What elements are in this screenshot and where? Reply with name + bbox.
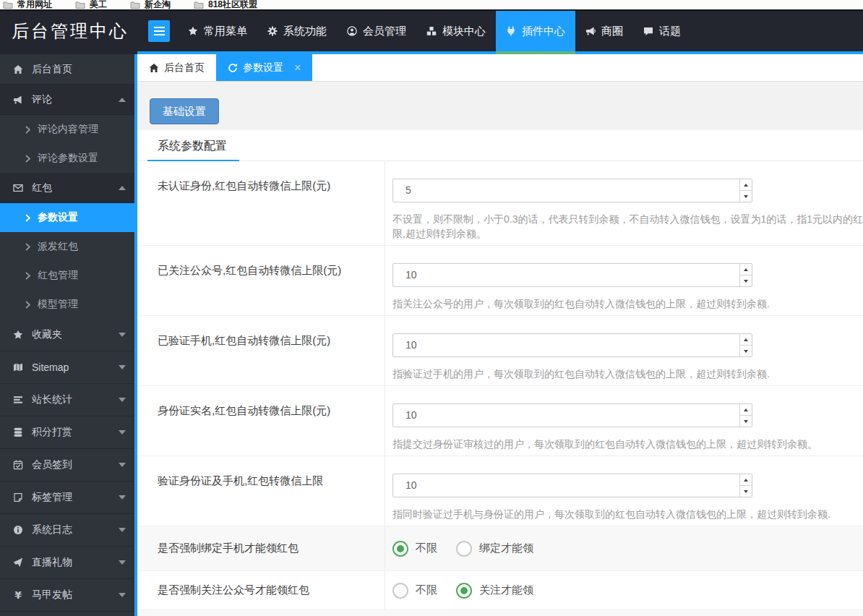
- bookmark-item[interactable]: 美工: [75, 0, 107, 11]
- spinner-down-button[interactable]: [740, 275, 752, 286]
- bookmark-item[interactable]: 常用网址: [3, 0, 52, 11]
- nav-item-label: 会员管理: [363, 25, 406, 38]
- sidebar-subitem-label: 评论参数设置: [38, 152, 98, 165]
- radio-unselected-icon[interactable]: [392, 583, 408, 599]
- nav-item-会员管理[interactable]: 会员管理: [337, 11, 416, 51]
- note-icon: [12, 492, 25, 502]
- sidebar-item-模型管理[interactable]: 模型管理: [0, 290, 137, 319]
- number-input-value: 10: [393, 334, 752, 356]
- sidebar-group-评论[interactable]: 评论: [0, 85, 137, 115]
- form-row-field: 5不设置，则不限制，小于0.3的话，代表只转到余额，不自动转入微信钱包，设置为1…: [385, 161, 863, 245]
- spinner-down-button[interactable]: [740, 416, 752, 427]
- number-input[interactable]: 10: [392, 333, 752, 357]
- sidebar-item-参数设置[interactable]: 参数设置: [0, 203, 137, 232]
- sidebar-item-评论参数设置[interactable]: 评论参数设置: [0, 144, 137, 173]
- number-input[interactable]: 5: [392, 179, 752, 202]
- sidebar-group-标签管理[interactable]: 标签管理: [0, 482, 137, 514]
- radio-option-绑定才能领[interactable]: 绑定才能领: [456, 541, 533, 557]
- sidebar-group-马甲发帖[interactable]: ¥马甲发帖: [0, 579, 137, 612]
- field-help-text: 指同时验证过手机与身份证的用户，每次领取到的红包自动转入微信钱包的上限，超过则转…: [392, 507, 863, 521]
- settings-panel: 系统参数配置 未认证身份,红包自动转微信上限(元)5不设置，则不限制，小于0.3…: [137, 130, 863, 616]
- form-row-field: 10指验证过手机的用户，每次领取到的红包自动转入微信钱包的上限，超过则转到余额.: [385, 316, 863, 385]
- spinner-up-button[interactable]: [740, 334, 752, 346]
- spinner-up-button[interactable]: [740, 179, 752, 191]
- folder-icon: [130, 0, 145, 10]
- sidebar-group-label: Sitemap: [32, 362, 69, 373]
- menu-toggle-button[interactable]: [148, 20, 170, 42]
- arrow-up-icon: [744, 479, 748, 482]
- bookmark-item[interactable]: 新企淘: [130, 0, 171, 11]
- sidebar-group-直播礼物[interactable]: 直播礼物: [0, 547, 137, 579]
- form-row-label: 已验证手机,红包自动转微信上限(元): [137, 316, 385, 385]
- chevron-right-icon: [25, 272, 31, 280]
- field-help-text: 不设置，则不限制，小于0.3的话，代表只转到余额，不自动转入微信钱包，设置为1的…: [392, 212, 863, 241]
- sidebar-group-红包[interactable]: 红包: [0, 173, 137, 203]
- gear-icon: [267, 26, 278, 36]
- align-list-icon: [12, 395, 25, 405]
- spinner-up-button[interactable]: [740, 404, 752, 416]
- spinner-up-button[interactable]: [740, 474, 752, 486]
- spinner-down-button[interactable]: [740, 346, 752, 356]
- nav-item-label: 模块中心: [442, 25, 486, 38]
- tab-后台首页[interactable]: 后台首页: [137, 54, 216, 81]
- radio-option-不限[interactable]: 不限: [392, 541, 437, 557]
- chevron-right-icon: [25, 155, 31, 163]
- sidebar-subitem-label: 派发红包: [38, 240, 78, 253]
- tab-参数设置[interactable]: 参数设置×: [216, 54, 312, 81]
- radio-option-label: 绑定才能领: [479, 542, 533, 555]
- form-row: 身份证实名,红包自动转微信上限(元)10指提交过身份证审核过的用户，每次领取到的…: [137, 386, 863, 456]
- sidebar-group-积分打赏[interactable]: 积分打赏: [0, 416, 137, 449]
- spinner-up-button[interactable]: [740, 264, 752, 275]
- svg-text:¥: ¥: [14, 590, 22, 600]
- folder-icon: [194, 0, 208, 10]
- user-circle-icon: [347, 26, 357, 36]
- nav-item-模块中心[interactable]: 模块中心: [416, 11, 496, 51]
- caret-down-icon: [119, 593, 126, 597]
- radio-unselected-icon[interactable]: [456, 541, 472, 557]
- radio-option-不限[interactable]: 不限: [392, 583, 437, 599]
- spinner-down-button[interactable]: [740, 486, 752, 497]
- sidebar-group-系统日志[interactable]: 系统日志: [0, 514, 137, 547]
- nav-item-系统功能[interactable]: 系统功能: [257, 11, 337, 51]
- sidebar-item-红包管理[interactable]: 红包管理: [0, 261, 137, 290]
- sidebar-item-后台首页[interactable]: 后台首页: [0, 54, 137, 85]
- info-circle-icon: [12, 525, 25, 535]
- envelope-icon: [12, 183, 25, 193]
- sidebar-group-站长统计[interactable]: 站长统计: [0, 384, 137, 416]
- radio-option-关注才能领[interactable]: 关注才能领: [456, 583, 533, 599]
- bookmark-item[interactable]: 818社区联盟: [194, 0, 257, 11]
- number-input[interactable]: 10: [392, 474, 752, 497]
- form-row-label: 身份证实名,红包自动转微信上限(元): [137, 386, 385, 455]
- sidebar-group-label: 积分打赏: [32, 426, 72, 439]
- basic-settings-button[interactable]: 基础设置: [150, 98, 219, 124]
- nav-item-商圈[interactable]: 商圈: [575, 11, 633, 51]
- nav-item-插件中心[interactable]: 插件中心: [496, 11, 575, 51]
- tab-close-icon[interactable]: ×: [294, 62, 301, 74]
- spinner-down-button[interactable]: [740, 191, 752, 202]
- chevron-right-icon: [25, 301, 31, 309]
- radio-selected-icon[interactable]: [456, 583, 472, 599]
- sidebar-group-会员签到[interactable]: 会员签到: [0, 449, 137, 482]
- radio-selected-icon[interactable]: [392, 541, 408, 557]
- number-input[interactable]: 10: [392, 403, 752, 427]
- help-line: 指验证过手机的用户，每次领取到的红包自动转入微信钱包的上限，超过则转到余额.: [392, 367, 863, 381]
- arrow-down-icon: [744, 420, 748, 423]
- sidebar-group-label: 直播礼物: [32, 556, 72, 569]
- number-input-value: 10: [393, 474, 752, 497]
- number-input[interactable]: 10: [392, 263, 752, 287]
- form-row-field: 不限关注才能领: [385, 571, 863, 609]
- sidebar-group-label: 系统日志: [32, 523, 72, 536]
- number-spinner: [739, 474, 752, 497]
- nav-item-label: 系统功能: [283, 25, 327, 38]
- sidebar-group-收藏夹[interactable]: 收藏夹: [0, 319, 137, 351]
- help-line: 指提交过身份证审核过的用户，每次领取到的红包自动转入微信钱包的上限，超过则转到余…: [392, 437, 863, 451]
- sidebar-item-派发红包[interactable]: 派发红包: [0, 232, 137, 261]
- caret-down-icon: [119, 430, 126, 435]
- sidebar-item-评论内容管理[interactable]: 评论内容管理: [0, 115, 137, 144]
- top-nav: 常用菜单系统功能会员管理模块中心插件中心商圈话题: [178, 11, 691, 51]
- number-input-value: 10: [393, 264, 752, 286]
- nav-item-话题[interactable]: 话题: [633, 11, 691, 51]
- nav-item-常用菜单[interactable]: 常用菜单: [178, 11, 257, 51]
- sidebar-group-Sitemap[interactable]: Sitemap: [0, 351, 137, 384]
- form-row-field: 10指关注公众号的用户，每次领取到的红包自动转入微信钱包的上限，超过则转到余额.: [385, 246, 863, 315]
